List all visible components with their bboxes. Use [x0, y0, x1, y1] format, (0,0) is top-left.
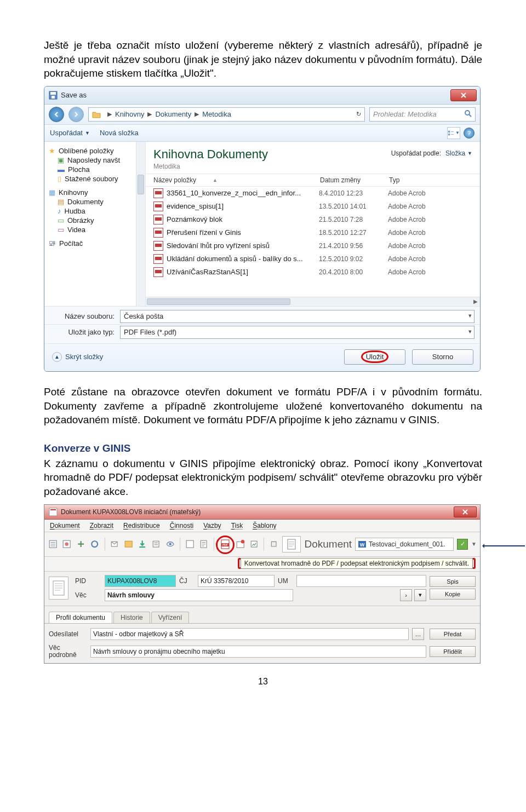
menu-tisk[interactable]: Tisk — [231, 522, 243, 529]
vec-nav-prev[interactable]: › — [400, 589, 412, 601]
toolbar-icon-10[interactable] — [185, 538, 195, 551]
odesilatel-lookup-button[interactable]: … — [412, 628, 424, 640]
file-row[interactable]: Poznámkový blok21.5.2010 7:28Adobe Acrob — [146, 213, 480, 226]
ginis-close-button[interactable] — [454, 506, 477, 517]
nav-favorites[interactable]: ★ Oblíbené položky — [49, 146, 143, 156]
crumb-documents[interactable]: Dokumenty — [155, 110, 191, 118]
chevron-down-icon[interactable]: ▾ — [468, 328, 472, 335]
forward-button[interactable] — [68, 107, 84, 122]
toolbar-icon-14[interactable] — [249, 538, 259, 551]
crumb-metodika[interactable]: Metodika — [202, 110, 231, 118]
odesilatel-field[interactable]: Vlastní - odbor majetkový a SŘ — [90, 628, 409, 640]
spis-button[interactable]: Spis — [430, 576, 476, 587]
libraries-icon: ▦ — [49, 188, 55, 197]
crumb-libraries[interactable]: Knihovny — [115, 110, 144, 118]
tab-vyrizeni[interactable]: Vyřízení — [151, 612, 190, 623]
toolbar-icon-1[interactable] — [48, 538, 58, 551]
new-folder-button[interactable]: Nová složka — [100, 129, 139, 137]
save-button[interactable]: Uložit — [344, 349, 405, 365]
document-filename-value: Testovaci_dokument_001. — [369, 540, 445, 548]
toolbar-icon-3[interactable] — [76, 538, 86, 551]
toolbar-icon-6[interactable] — [123, 538, 134, 551]
predat-button[interactable]: Předat — [430, 629, 476, 640]
ginis-lower-row-1: Odesílatel Vlastní - odbor majetkový a S… — [44, 624, 480, 644]
menu-sablony[interactable]: Šablony — [253, 522, 276, 529]
kopie-button[interactable]: Kopie — [430, 589, 476, 600]
um-field[interactable] — [296, 575, 426, 587]
document-preview-icon[interactable] — [282, 536, 301, 552]
breadcrumb[interactable]: ▶ Knihovny ▶ Dokumenty ▶ Metodika ↻ — [88, 107, 365, 122]
save-button-label: Uložit — [366, 353, 384, 361]
file-row[interactable]: 33561_10_konverze_z_moci__edn_infor...8.… — [146, 187, 480, 200]
dialog-footer: ▲ Skrýt složky Uložit Storno — [44, 343, 480, 371]
pid-field[interactable]: KUPAX008LOV8 — [105, 575, 176, 587]
file-row[interactable]: Sledování lhůt pro vyřízení spisů21.4.20… — [146, 239, 480, 252]
toolbar-icon-13[interactable] — [235, 538, 245, 551]
view-mode-button[interactable]: ▼ — [447, 127, 460, 139]
toolbar-icon-7[interactable] — [137, 538, 147, 551]
toolbar-icon-2[interactable] — [61, 538, 72, 551]
menu-cinnosti[interactable]: Činnosti — [170, 522, 193, 529]
back-button[interactable] — [49, 107, 64, 122]
help-button[interactable]: ? — [464, 128, 474, 139]
vec-nav-next[interactable]: ▾ — [414, 589, 426, 601]
nav-downloads[interactable]: ▯ Stažené soubory — [58, 174, 143, 183]
filename-input[interactable]: Česká pošta ▾ — [120, 310, 474, 323]
status-chip[interactable]: ✓ — [457, 539, 468, 550]
folder-icon: ▯ — [58, 175, 61, 183]
music-icon: ♪ — [58, 207, 61, 215]
file-row[interactable]: Ukládání dokumentů a spisů - balíky do s… — [146, 252, 480, 266]
vec-field[interactable]: Návrh smlouvy — [105, 589, 293, 601]
search-input[interactable]: Prohledat: Metodika — [369, 107, 476, 122]
file-row[interactable]: Přerušení řízení v Ginis18.5.2010 12:27A… — [146, 226, 480, 239]
toolbar-icon-8[interactable] — [151, 538, 161, 551]
horizontal-scrollbar[interactable]: ◀ ▶ — [146, 297, 480, 306]
cancel-button[interactable]: Storno — [412, 349, 473, 365]
cj-field[interactable]: KrÚ 33578/2010 — [198, 575, 275, 587]
hide-folders-link[interactable]: ▲ Skrýt složky — [52, 352, 103, 362]
documents-icon: ▤ — [58, 198, 64, 206]
menu-dokument[interactable]: Dokument — [50, 522, 80, 529]
nav-scrollbar[interactable] — [136, 142, 145, 306]
menu-redistribuce[interactable]: Redistribuce — [123, 522, 160, 529]
tab-historie[interactable]: Historie — [113, 612, 150, 623]
document-filename-field[interactable]: W Testovaci_dokument_001. — [355, 538, 454, 551]
close-button[interactable] — [450, 89, 477, 101]
file-row[interactable]: UžíváníČasRazStanAS[1]20.4.2010 8:00Adob… — [146, 266, 480, 279]
toolbar-icon-5[interactable] — [109, 538, 119, 551]
tab-profil[interactable]: Profil dokumentu — [49, 612, 112, 623]
scroll-right-icon[interactable]: ▶ — [471, 297, 480, 306]
menu-vazby[interactable]: Vazby — [203, 522, 221, 529]
chevron-down-icon[interactable]: ▼ — [471, 541, 477, 547]
nav-pictures[interactable]: ▭ Obrázky — [58, 216, 143, 225]
document-type-icon[interactable] — [49, 577, 68, 600]
menu-zobrazit[interactable]: Zobrazit — [90, 522, 113, 529]
nav-recent[interactable]: ▣ Naposledy navšt — [58, 156, 143, 165]
pridelit-button[interactable]: Přidělit — [430, 646, 476, 657]
svg-rect-28 — [288, 539, 295, 549]
toolbar-icon-9[interactable] — [165, 538, 175, 551]
nav-computer[interactable]: 🖳 Počítač — [49, 239, 143, 248]
sort-dropdown[interactable]: Složka ▼ — [445, 149, 472, 157]
chevron-down-icon[interactable]: ▾ — [468, 312, 472, 319]
file-columns-header[interactable]: Název položky ▲ Datum změny Typ — [146, 174, 480, 187]
intro-paragraph-3: K záznamu o dokumentu v GINIS připojíme … — [44, 457, 482, 499]
convert-pdf-button[interactable]: PDF — [219, 538, 232, 551]
file-row[interactable]: evidence_spisu[1]13.5.2010 14:01Adobe Ac… — [146, 200, 480, 213]
nav-music[interactable]: ♪ Hudba — [58, 206, 143, 216]
toolbar-icon-11[interactable] — [198, 538, 209, 551]
vec-podrobne-field[interactable]: Návrh smlouvy o pronájmu obecního majetk… — [90, 646, 426, 658]
save-as-dialog: Save as ▶ Knihovny ▶ Dokumenty ▶ Met — [44, 86, 481, 372]
toolbar-icon-15[interactable] — [268, 538, 279, 551]
filetype-select[interactable]: PDF Files (*.pdf) ▾ — [120, 326, 474, 339]
file-date: 21.4.2010 9:56 — [319, 242, 388, 250]
nav-videos[interactable]: ▭ Videa — [58, 225, 143, 234]
file-type: Adobe Acrob — [388, 189, 480, 197]
toolbar-icon-4[interactable] — [89, 538, 100, 551]
organize-button[interactable]: Uspořádat ▼ — [50, 129, 90, 137]
nav-libraries[interactable]: ▦ Knihovny — [49, 188, 143, 197]
refresh-icon[interactable]: ↻ — [356, 111, 361, 118]
nav-desktop[interactable]: ▬ Plocha — [58, 165, 143, 174]
file-date: 20.4.2010 8:00 — [319, 268, 388, 276]
nav-documents[interactable]: ▤ Dokumenty — [58, 197, 143, 206]
